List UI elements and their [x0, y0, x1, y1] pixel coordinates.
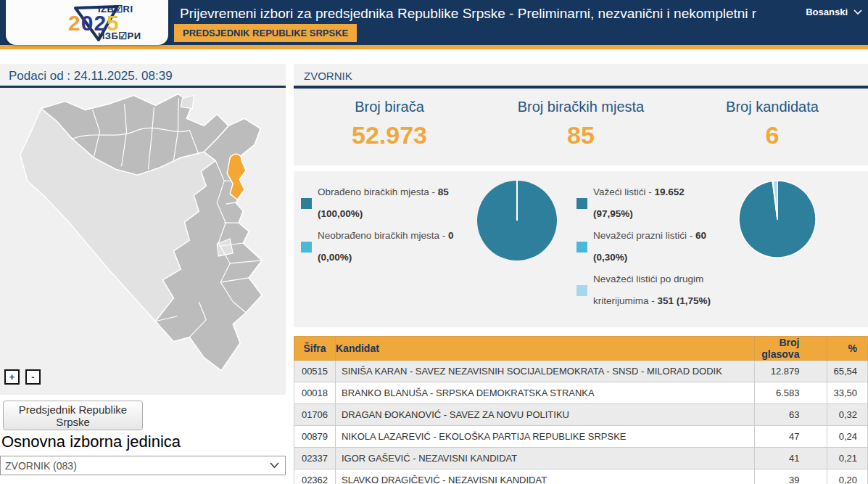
language-selector[interactable]: Bosanski	[806, 7, 862, 17]
cell-votes: 6.583	[755, 382, 827, 404]
cell-candidate: SLAVKO DRAGIČEVIĆ - NEZAVISNI KANDIDAT	[335, 469, 754, 484]
charts-row: Obrađeno biračkih mjesta - 85 (100,00%) …	[294, 171, 868, 327]
cell-votes: 47	[755, 426, 827, 448]
legend-swatch	[301, 242, 312, 253]
legend-pct: (0,30%)	[593, 252, 627, 263]
column-header-code: Šifra	[294, 337, 336, 361]
page-title: Prijevremeni izbori za predsjednika Repu…	[180, 6, 756, 22]
table-row: 02362 SLAVKO DRAGIČEVIĆ - NEZAVISNI KAND…	[294, 469, 868, 484]
chevron-down-icon	[270, 462, 279, 469]
map-zoom-in-button[interactable]: +	[4, 369, 20, 385]
table-row: 02337 IGOR GAŠEVIĆ - NEZAVISNI KANDIDAT …	[294, 448, 868, 469]
unit-select[interactable]: ZVORNIK (083)	[0, 456, 286, 475]
cell-code: 00018	[294, 382, 336, 404]
legend-item: Važeći listići - 19.652 (97,95%)	[576, 181, 722, 225]
legend-label: Nevažeći prazni listići -	[593, 230, 693, 241]
map-zoom-out-button[interactable]: -	[25, 369, 41, 385]
legend-value: 351	[658, 295, 674, 306]
legend-item: Nevažeći listići po drugim kriterijumima…	[576, 268, 722, 312]
cell-candidate: BRANKO BLANUŠA - SRPSKA DEMOKRATSKA STRA…	[335, 382, 754, 404]
stat-value: 52.973	[294, 121, 485, 149]
pie-chart-polling-stations	[475, 179, 559, 263]
legend-item: Neobrađeno biračkih mjesta - 0 (0,00%)	[301, 225, 471, 268]
race-badge: PREDSJEDNIK REPUBLIKE SRPSKE	[174, 24, 357, 42]
stat-voters: Broj birača 52.973	[294, 89, 485, 165]
map-zoom-controls: + -	[4, 369, 41, 385]
stat-value: 85	[485, 121, 677, 149]
table-header-row: Šifra Kandidat Broj glasova %	[294, 337, 868, 361]
stat-polling-stations: Broj biračkih mjesta 85	[485, 89, 677, 165]
legend-item: Nevažeći prazni listići - 60 (0,30%)	[576, 225, 722, 268]
logo-text-cyrillic: ИЗБ☑РИ	[98, 30, 141, 41]
table-row: 00018 BRANKO BLANUŠA - SRPSKA DEMOKRATSK…	[294, 382, 868, 404]
cell-percent: 33,50	[827, 382, 868, 404]
legend-value: 19.652	[655, 186, 685, 197]
cell-percent: 65,54	[827, 361, 868, 382]
column-header-votes: Broj glasova	[755, 337, 827, 361]
stat-candidates: Broj kandidata 6	[677, 89, 868, 165]
chevron-down-icon	[853, 9, 862, 15]
cell-code: 02362	[294, 469, 336, 484]
left-panel: Podaci od : 24.11.2025. 08:39	[0, 64, 286, 395]
cell-code: 00879	[294, 426, 336, 448]
election-logo: IZB☑RI 2025 ИЗБ☑РИ	[6, 0, 168, 45]
stat-label: Broj biračkih mjesta	[485, 99, 677, 115]
cell-votes: 41	[755, 448, 827, 469]
cell-votes: 12.879	[755, 361, 827, 382]
pie-chart-ballots	[737, 179, 818, 260]
cell-votes: 39	[755, 469, 827, 484]
stats-row: Broj birača 52.973 Broj biračkih mjesta …	[294, 89, 868, 165]
legend-pct: (1,75%)	[677, 295, 711, 306]
table-row: 01706 DRAGAN ĐOKANOVIĆ - SAVEZ ZA NOVU P…	[294, 404, 868, 426]
cell-code: 01706	[294, 404, 336, 426]
legend-pct: (0,00%)	[318, 252, 352, 263]
column-header-candidate: Kandidat	[335, 337, 754, 361]
legend-swatch	[576, 285, 587, 296]
race-filter-button[interactable]: Predsjednik Republike Srpske	[3, 401, 143, 430]
cell-percent: 0,21	[827, 448, 868, 469]
map-area: + -	[0, 88, 286, 395]
results-table: Šifra Kandidat Broj glasova % 00515 SINI…	[294, 336, 868, 484]
legend-value: 0	[448, 230, 454, 241]
legend-polling-stations: Obrađeno biračkih mjesta - 85 (100,00%) …	[301, 181, 471, 268]
stat-value: 6	[677, 121, 868, 149]
legend-swatch	[301, 198, 312, 209]
header-accent-stripe	[0, 45, 868, 49]
legend-pct: (97,95%)	[593, 208, 633, 219]
cell-code: 02337	[294, 448, 336, 469]
legend-swatch	[576, 198, 587, 209]
map-bosnia[interactable]	[0, 88, 286, 393]
cell-candidate: IGOR GAŠEVIĆ - NEZAVISNI KANDIDAT	[335, 448, 754, 469]
table-row: 00515 SINIŠA KARAN - SAVEZ NEZAVISNIH SO…	[294, 361, 868, 382]
unit-select-value: ZVORNIK (083)	[5, 460, 77, 472]
table-row: 00879 NIKOLA LAZAREVIĆ - EKOLOŠKA PARTIJ…	[294, 426, 868, 448]
column-header-percent: %	[827, 337, 868, 361]
legend-swatch	[576, 242, 587, 253]
results-panel: ZVORNIK Broj birača 52.973 Broj biračkih…	[294, 64, 868, 327]
legend-value: 60	[695, 230, 706, 241]
cell-candidate: SINIŠA KARAN - SAVEZ NEZAVISNIH SOCIJALD…	[335, 361, 754, 382]
cell-candidate: NIKOLA LAZAREVIĆ - EKOLOŠKA PARTIJA REPU…	[335, 426, 754, 448]
legend-ballots: Važeći listići - 19.652 (97,95%) Nevažeć…	[576, 181, 722, 312]
legend-label: Obrađeno biračkih mjesta -	[318, 186, 435, 197]
legend-item: Obrađeno biračkih mjesta - 85 (100,00%)	[301, 181, 471, 225]
data-timestamp: Podaci od : 24.11.2025. 08:39	[0, 64, 286, 88]
cell-percent: 0,32	[827, 404, 868, 426]
stat-label: Broj kandidata	[677, 99, 868, 115]
legend-label: Važeći listići -	[593, 186, 652, 197]
cell-percent: 0,24	[827, 426, 868, 448]
cell-code: 00515	[294, 361, 336, 382]
stat-label: Broj birača	[294, 99, 485, 115]
legend-pct: (100,00%)	[318, 208, 363, 219]
region-title: ZVORNIK	[294, 64, 868, 89]
language-label: Bosanski	[806, 7, 848, 17]
unit-heading: Osnovna izborna jedinica	[1, 432, 181, 451]
cell-votes: 63	[755, 404, 827, 426]
cell-percent: 0,20	[827, 469, 868, 484]
cell-candidate: DRAGAN ĐOKANOVIĆ - SAVEZ ZA NOVU POLITIK…	[335, 404, 754, 426]
legend-value: 85	[438, 186, 449, 197]
legend-label: Neobrađeno biračkih mjesta -	[318, 230, 445, 241]
